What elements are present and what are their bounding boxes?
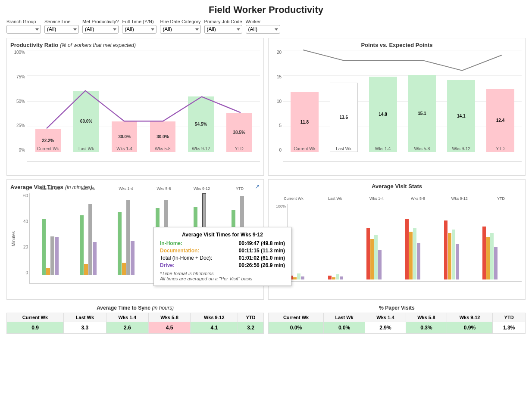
paper-val-lastwk: 0.0%: [324, 322, 365, 334]
tooltip-inhome-row: In-Home: 00:49:47 (49.8 min): [160, 240, 285, 246]
prod-bar-group-wks14: 30.0% Wks 1-4: [106, 50, 143, 152]
avt-col-wks14: Wks 1-4: [107, 193, 144, 275]
tooltip-note2: All times are averaged on a "Per Visit" …: [160, 276, 285, 281]
sync-col-wks58: Wks 5-8: [148, 313, 191, 322]
paper-val-wks14: 2.9%: [365, 322, 406, 334]
page-title: Field Worker Productivity: [6, 4, 526, 16]
y-label-0: 0%: [19, 148, 25, 152]
pve-bar-wks912: 14.1: [447, 80, 475, 152]
middle-charts-row: Average Visit Times (in minutes) ↗ Minut…: [6, 179, 526, 300]
avt-y-axis: 60 40 20 0: [16, 193, 29, 284]
sync-val-current: 0.9: [7, 322, 64, 334]
tooltip-inhome-label: In-Home:: [160, 240, 182, 246]
avt-bar-drive-wks14: [131, 241, 135, 275]
filter-full-time: Full Time (Y/N) (All): [122, 19, 156, 34]
paper-col-current: Current Wk: [269, 313, 324, 322]
tooltip-note1: *Time format is hh:mm:ss: [160, 271, 285, 276]
paper-val-wks912: 0.9%: [447, 322, 492, 334]
prod-y-axis: 100% 75% 50% 25% 0%: [10, 50, 27, 162]
avg-time-to-sync-table: Average Time to Sync (in hours) Current …: [6, 303, 264, 334]
avs-bars-area: [287, 204, 522, 282]
filter-select-primary-job-code[interactable]: (All): [204, 25, 242, 34]
avt-bar-inhome-current: [42, 219, 46, 275]
prod-bar-group-last-wk: 60.0% Last Wk: [68, 50, 105, 152]
avt-bar-doc-current: [46, 268, 50, 275]
pve-bar-wks14: 14.8: [369, 77, 397, 152]
prod-bar-group-ytd: 38.5% YTD: [221, 50, 257, 152]
filter-label-service-line: Service Line: [44, 19, 79, 24]
pve-bar-current: 11.8: [291, 92, 319, 152]
prod-bar-group-wks58: 30.0% Wks 5-8: [144, 50, 181, 152]
filter-select-worker[interactable]: (All): [246, 25, 280, 34]
filter-label-met-productivity: Met Productivity?: [82, 19, 119, 24]
tooltip-drive-value: 00:26:56 (26.9 min): [239, 262, 285, 268]
pve-chart: 20 15 10 5 0: [272, 50, 522, 162]
pve-bar-group-wks58: 15.1 Wks 5-8: [403, 50, 441, 152]
page-container: Field Worker Productivity Branch Group S…: [0, 0, 532, 338]
filter-label-primary-job-code: Primary Job Code: [204, 19, 242, 24]
prod-bars: 22.2% Current Wk 60.0% Last Wk: [27, 50, 260, 161]
avt-bar-total-lastwk: [88, 204, 92, 275]
avt-bar-drive-current: [55, 237, 59, 275]
avt-bar-total-current: [50, 236, 54, 275]
avs-col-wks58: [405, 206, 443, 279]
sync-val-wks14: 2.6: [106, 322, 148, 334]
filter-label-worker: Worker: [246, 19, 280, 24]
y-label-100: 100%: [14, 50, 25, 55]
tooltip-doc-value: 00:11:15 (11.3 min): [239, 248, 285, 254]
filters-bar: Branch Group Service Line (All) Met Prod…: [6, 19, 526, 34]
pve-bar-group-current: 11.8 Current Wk: [286, 50, 323, 152]
sync-val-lastwk: 3.3: [63, 322, 106, 334]
tooltip-doc-row: Documentation: 00:11:15 (11.3 min): [160, 248, 285, 254]
bottom-tables-row: Average Time to Sync (in hours) Current …: [6, 303, 526, 334]
filter-label-hire-date-category: Hire Date Category: [160, 19, 200, 24]
pct-paper-visits-panel: % Paper Visits Current Wk Last Wk Wks 1-…: [268, 303, 526, 334]
prod-bar-label-current-wk: 22.2%: [42, 138, 54, 143]
productivity-ratio-chart: 100% 75% 50% 25% 0%: [10, 50, 260, 162]
tooltip-inhome-value: 00:49:47 (49.8 min): [239, 240, 285, 246]
avt-bar-doc-lastwk: [84, 264, 88, 275]
sync-col-current: Current Wk: [7, 313, 64, 322]
sync-col-wks14: Wks 1-4: [106, 313, 148, 322]
y-label-50: 50%: [16, 99, 25, 104]
filter-select-hire-date-category[interactable]: (All): [160, 25, 200, 34]
prod-bar-group-wks912: 54.5% Wks 9-12: [183, 50, 219, 152]
top-charts-row: Productivity Ratio (% of workers that me…: [6, 38, 526, 176]
paper-val-wks58: 0.3%: [406, 322, 447, 334]
pve-bar-group-ytd: 12.4 YTD: [482, 50, 519, 152]
filter-label-branch-group: Branch Group: [6, 19, 41, 24]
prod-bar-label-last-wk: 60.0%: [80, 119, 92, 124]
avs-headers: Current Wk Last Wk Wks 1-4 Wks 5-8 Wks 9…: [272, 196, 522, 201]
pve-bar-ytd: 12.4: [486, 89, 514, 152]
avs-col-wks14: [366, 206, 404, 279]
pve-bar-group-lastwk: 13.6 Last Wk: [325, 50, 363, 152]
prod-bar-label-wks912: 54.5%: [195, 122, 207, 127]
filter-primary-job-code: Primary Job Code (All): [204, 19, 242, 34]
filter-select-met-productivity[interactable]: (All): [82, 25, 119, 34]
filter-select-full-time[interactable]: (All): [122, 25, 156, 34]
paper-table-title: % Paper Visits: [269, 303, 526, 313]
prod-bar-wks912: 54.5%: [188, 96, 213, 152]
avt-bar-inhome-wks14: [118, 212, 122, 275]
pve-bars: 11.8 Current Wk 13.6 Last Wk: [283, 50, 522, 161]
points-vs-expected-panel: Points vs. Expected Points 20 15 10 5 0: [268, 38, 526, 176]
filter-select-service-line[interactable]: (All): [44, 25, 79, 34]
prod-bar-xlabel-wks912: Wks 9-12: [192, 146, 210, 151]
tooltip-total-label: Total (In-Home + Doc):: [160, 255, 212, 261]
prod-bar-group-current-wk: 22.2% Current Wk: [30, 50, 66, 152]
avs-col-ytd: [482, 206, 520, 279]
pve-bar-group-wks14: 14.8 Wks 1-4: [364, 50, 402, 152]
paper-val-ytd: 1.3%: [493, 322, 526, 334]
productivity-ratio-subtitle: (% of workers that met expected): [60, 42, 136, 48]
avt-bar-drive-lastwk: [93, 242, 97, 275]
prod-bar-xlabel-wks58: Wks 5-8: [155, 146, 171, 151]
paper-col-wks14: Wks 1-4: [365, 313, 406, 322]
filter-hire-date-category: Hire Date Category (All): [160, 19, 200, 34]
avg-time-to-sync-panel: Average Time to Sync (in hours) Current …: [6, 303, 264, 334]
sync-val-ytd: 3.2: [238, 322, 264, 334]
avg-visit-stats-panel: Average Visit Stats Current Wk Last Wk W…: [268, 179, 526, 300]
pct-paper-visits-table: % Paper Visits Current Wk Last Wk Wks 1-…: [268, 303, 526, 334]
expand-icon[interactable]: ↗: [255, 183, 260, 190]
filter-select-branch-group[interactable]: [6, 25, 41, 34]
prod-bar-xlabel-ytd: YTD: [235, 146, 244, 151]
